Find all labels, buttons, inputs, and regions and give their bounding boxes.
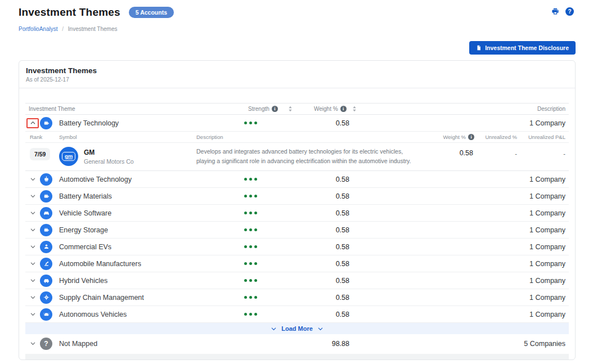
theme-label: Not Mapped xyxy=(59,340,217,348)
expand-chevron-icon[interactable] xyxy=(25,260,40,267)
holding-row[interactable]: 7/59 gm GM General Motors Co Develops an… xyxy=(25,143,569,171)
theme-label: Automotive Technology xyxy=(59,176,217,183)
strength-indicator xyxy=(217,195,284,197)
theme-companies: 5 Companies xyxy=(349,340,569,348)
weight-sort-icon[interactable] xyxy=(352,106,357,112)
strength-indicator xyxy=(217,313,284,316)
load-more-button[interactable]: Load More xyxy=(25,323,569,334)
col-description: Description xyxy=(372,106,569,112)
as-of-date: As of 2025-12-17 xyxy=(26,77,568,83)
expand-chevron-icon[interactable] xyxy=(25,227,40,233)
investment-theme-disclosure-button[interactable]: Investment Theme Disclosure xyxy=(469,41,576,55)
breadcrumb-current: Investment Themes xyxy=(68,26,118,32)
strength-dot xyxy=(249,245,252,248)
strength-info-icon[interactable]: i xyxy=(272,106,278,112)
theme-companies: 1 Company xyxy=(349,119,569,127)
strength-dot xyxy=(254,178,257,181)
theme-label: Hybrid Vehicles xyxy=(59,277,217,285)
expand-chevron-icon[interactable] xyxy=(25,193,40,199)
strength-sort-icon[interactable] xyxy=(288,106,293,112)
strength-indicator xyxy=(217,262,284,265)
strength-dot xyxy=(254,212,257,214)
strength-dot xyxy=(244,245,247,248)
car-icon xyxy=(40,207,52,219)
strength-indicator xyxy=(217,122,284,124)
question-icon: ? xyxy=(40,338,52,350)
strength-dot xyxy=(249,262,252,265)
print-icon[interactable] xyxy=(551,7,560,16)
theme-row[interactable]: Automotive Technology 0.58 1 Company xyxy=(25,171,569,188)
theme-row[interactable]: Supply Chain Management 0.58 1 Company xyxy=(25,289,569,306)
accounts-badge[interactable]: 5 Accounts xyxy=(129,7,174,18)
theme-row[interactable]: Battery Technology 0.58 1 Company xyxy=(25,115,569,132)
theme-row[interactable]: Battery Materials 0.58 1 Company xyxy=(25,188,569,205)
theme-weight: 0.58 xyxy=(284,209,349,217)
gm-logo-icon: gm xyxy=(59,147,78,166)
holding-weight: 0.58 xyxy=(418,147,474,157)
strength-dot xyxy=(244,279,247,282)
strength-dot xyxy=(254,228,257,231)
expand-chevron-icon[interactable] xyxy=(25,294,40,300)
page-title: Investment Themes xyxy=(19,6,120,19)
card-header: Investment Themes As of 2025-12-17 xyxy=(19,61,575,88)
theme-label: Commercial EVs xyxy=(59,243,217,251)
theme-row[interactable]: Commercial EVs 0.58 1 Company xyxy=(25,239,569,255)
theme-label: Autonomous Vehicles xyxy=(59,311,217,318)
col-weight: Weight % i xyxy=(301,106,372,112)
strength-dot xyxy=(244,212,247,214)
theme-row[interactable]: Automobile Manufacturers 0.58 1 Company xyxy=(25,255,569,272)
strength-dot xyxy=(249,228,252,231)
rank-badge: 7/59 xyxy=(30,148,50,160)
breadcrumb-root-link[interactable]: PortfolioAnalyst xyxy=(19,26,57,32)
strength-dot xyxy=(254,245,257,248)
col-holding-weight: Weight %i xyxy=(418,134,474,140)
theme-weight: 0.58 xyxy=(284,311,349,318)
theme-weight: 0.58 xyxy=(284,226,349,234)
theme-row[interactable]: Vehicle Software 0.58 1 Company xyxy=(25,205,569,222)
strength-dot xyxy=(249,122,252,124)
load-more-label: Load More xyxy=(281,325,313,332)
expand-chevron-icon[interactable] xyxy=(25,176,40,182)
breadcrumb: PortfolioAnalyst / Investment Themes xyxy=(19,26,576,32)
strength-dot xyxy=(244,195,247,197)
weight-info-icon[interactable]: i xyxy=(340,106,347,112)
strength-dot xyxy=(249,279,252,282)
theme-companies: 1 Company xyxy=(349,192,569,200)
weight-info-icon[interactable]: i xyxy=(468,134,474,140)
help-icon[interactable]: ? xyxy=(565,7,574,16)
strength-dot xyxy=(244,262,247,265)
document-icon xyxy=(476,44,482,51)
theme-companies: 1 Company xyxy=(349,311,569,318)
theme-companies: 1 Company xyxy=(349,277,569,285)
theme-companies: 1 Company xyxy=(349,226,569,234)
strength-indicator xyxy=(217,212,284,214)
expand-chevron-icon[interactable] xyxy=(25,210,40,216)
expand-chevron-icon[interactable] xyxy=(25,277,40,284)
theme-row[interactable]: Autonomous Vehicles 0.58 1 Company xyxy=(25,306,569,323)
not-mapped-row[interactable]: ? Not Mapped 98.88 5 Companies xyxy=(25,334,569,353)
theme-row[interactable]: Hybrid Vehicles 0.58 1 Company xyxy=(25,272,569,289)
strength-dot xyxy=(254,122,257,124)
strength-dot xyxy=(249,195,252,197)
themes-table-header: Investment Theme Strength i Weight % i D… xyxy=(25,103,569,115)
investment-themes-card: Investment Themes As of 2025-12-17 Inves… xyxy=(19,60,576,360)
battery-icon xyxy=(40,190,52,203)
strength-dot xyxy=(244,122,247,124)
strength-dot xyxy=(254,195,257,197)
strength-indicator xyxy=(217,296,284,299)
expand-chevron-icon[interactable] xyxy=(25,311,40,317)
theme-table-body: Battery Technology 0.58 1 Company Rank S… xyxy=(25,115,569,323)
collapse-chevron-icon[interactable] xyxy=(30,120,36,126)
card-title: Investment Themes xyxy=(26,66,568,75)
battery-icon xyxy=(40,224,52,236)
investment-themes-page: Investment Themes 5 Accounts ? Portfolio… xyxy=(0,0,602,360)
expand-chevron-icon[interactable] xyxy=(25,340,40,347)
theme-weight: 0.58 xyxy=(284,176,349,183)
col-holding-description: Description xyxy=(177,132,418,142)
theme-row[interactable]: Energy Storage 0.58 1 Company xyxy=(25,222,569,239)
theme-weight: 0.58 xyxy=(284,277,349,285)
theme-companies: 1 Company xyxy=(349,294,569,302)
col-unrealized-pnl: Unrealized P&L xyxy=(519,134,569,140)
expand-chevron-icon[interactable] xyxy=(25,244,40,250)
strength-dot xyxy=(254,279,257,282)
